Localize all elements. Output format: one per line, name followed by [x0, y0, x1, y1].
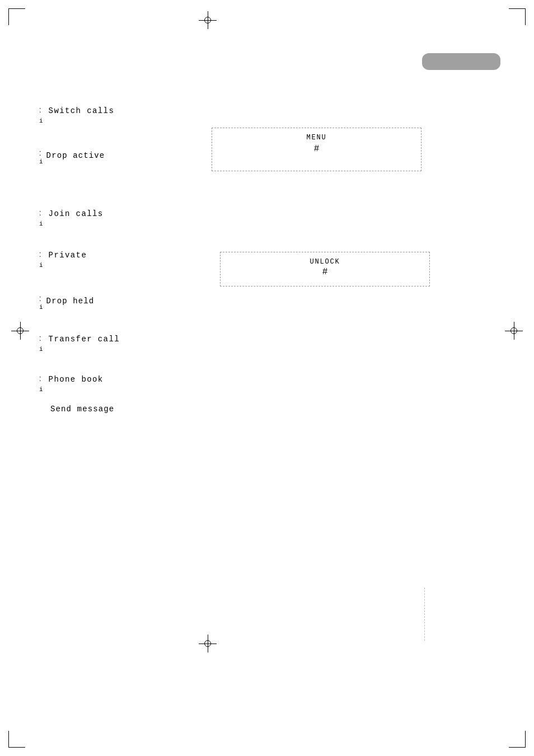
- send-message-label: Send message: [50, 405, 114, 414]
- switch-calls-icon: ⁚i: [39, 106, 43, 126]
- menu-item-transfer-call[interactable]: ⁚i Transfer call: [39, 335, 120, 354]
- phone-book-icon: ⁚i: [39, 375, 43, 395]
- menu-item-drop-held[interactable]: ⁚i Drop held: [39, 295, 94, 312]
- unlock-box-hash: #: [221, 267, 429, 277]
- private-label: Private: [49, 251, 87, 260]
- menu-box: MENU #: [212, 128, 421, 171]
- private-icon: ⁚i: [39, 251, 43, 270]
- menu-box-label: MENU: [212, 134, 421, 142]
- transfer-call-label: Transfer call: [49, 335, 120, 344]
- join-calls-icon: ⁚i: [39, 209, 43, 229]
- join-calls-label: Join calls: [49, 209, 104, 218]
- transfer-call-icon: ⁚i: [39, 335, 43, 354]
- menu-item-phone-book[interactable]: ⁚i Phone book: [39, 375, 104, 395]
- menu-item-send-message[interactable]: Send message: [50, 404, 114, 414]
- crosshair-left: [11, 322, 29, 340]
- vertical-dashed-line: [424, 588, 425, 641]
- menu-item-switch-calls[interactable]: ⁚i Switch calls: [39, 106, 114, 126]
- crosshair-bottom: [199, 635, 217, 652]
- menu-item-private[interactable]: ⁚i Private: [39, 251, 87, 270]
- menu-item-join-calls[interactable]: ⁚i Join calls: [39, 209, 104, 229]
- unlock-box-label: UNLOCK: [221, 258, 429, 266]
- menu-box-hash: #: [212, 144, 421, 154]
- unlock-box: UNLOCK #: [220, 252, 430, 287]
- corner-mark-top-right: [506, 8, 526, 28]
- phone-book-label: Phone book: [49, 375, 104, 384]
- corner-mark-bottom-right: [506, 728, 526, 748]
- drop-held-icon: ⁚i: [39, 295, 43, 312]
- drop-active-icon: ⁚i: [39, 150, 43, 166]
- corner-mark-bottom-left: [8, 728, 28, 748]
- gray-button[interactable]: [422, 53, 500, 70]
- menu-item-drop-active[interactable]: ⁚i Drop active: [39, 150, 105, 166]
- crosshair-right: [505, 322, 523, 340]
- switch-calls-label: Switch calls: [49, 106, 115, 115]
- drop-held-label: Drop held: [46, 297, 95, 306]
- crosshair-top: [199, 11, 217, 29]
- corner-mark-top-left: [8, 8, 28, 28]
- drop-active-label: Drop active: [46, 151, 105, 160]
